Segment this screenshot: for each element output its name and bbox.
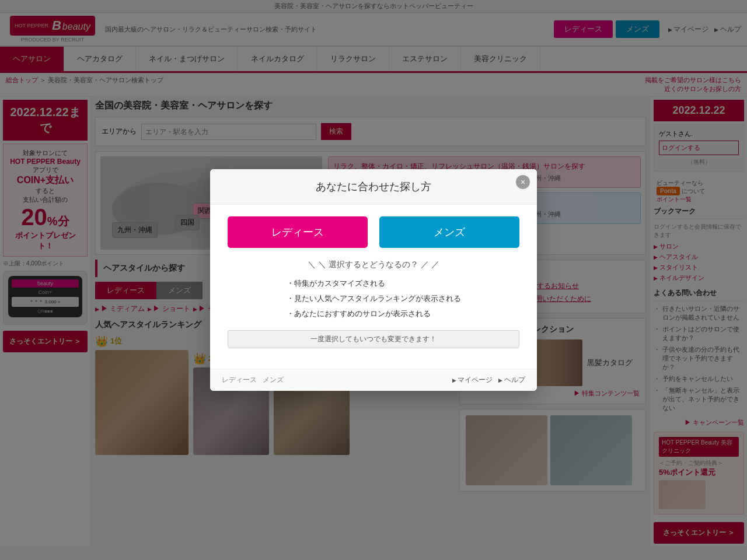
modal-overlay[interactable]: あなたに合わせた探し方 × レディース メンズ ＼ 選択するとどうなるの？ ／ … [0, 0, 747, 547]
modal-title: あなたに合わせた探し方 [222, 180, 525, 194]
modal-footer-ladies[interactable]: レディース [222, 375, 257, 385]
modal-mens-button[interactable]: メンズ [379, 216, 519, 248]
modal-info-items: 特集がカスタマイズされる 見たい人気ヘアスタイルランキングが表示される あなたに… [287, 276, 461, 321]
modal-body: レディース メンズ ＼ 選択するとどうなるの？ ／ 特集がカスタマイズされる 見… [210, 205, 537, 369]
modal-header: あなたに合わせた探し方 [210, 169, 537, 205]
modal-close-button[interactable]: × [516, 175, 530, 189]
modal-info-item-1: 特集がカスタマイズされる [287, 276, 461, 291]
modal-footer-mens[interactable]: メンズ [263, 375, 284, 385]
modal-note: 一度選択してもいつでも変更できます！ [228, 330, 519, 348]
modal-footer: レディース メンズ マイページ ヘルプ [210, 369, 537, 391]
modal-info-title: ＼ 選択するとどうなるの？ ／ [228, 260, 519, 270]
modal-footer-right: マイページ ヘルプ [452, 375, 525, 385]
modal-info-item-2: 見たい人気ヘアスタイルランキングが表示される [287, 291, 461, 306]
modal-dialog: あなたに合わせた探し方 × レディース メンズ ＼ 選択するとどうなるの？ ／ … [210, 169, 537, 391]
modal-footer-left: レディース メンズ [222, 375, 284, 385]
modal-mypage-link[interactable]: マイページ [452, 375, 493, 385]
modal-info: ＼ 選択するとどうなるの？ ／ 特集がカスタマイズされる 見たい人気ヘアスタイル… [228, 260, 519, 321]
modal-help-link[interactable]: ヘルプ [498, 375, 525, 385]
modal-ladies-button[interactable]: レディース [228, 216, 368, 248]
modal-gender-buttons: レディース メンズ [228, 216, 519, 248]
modal-info-item-3: あなたにおすすめのサロンが表示される [287, 306, 461, 321]
